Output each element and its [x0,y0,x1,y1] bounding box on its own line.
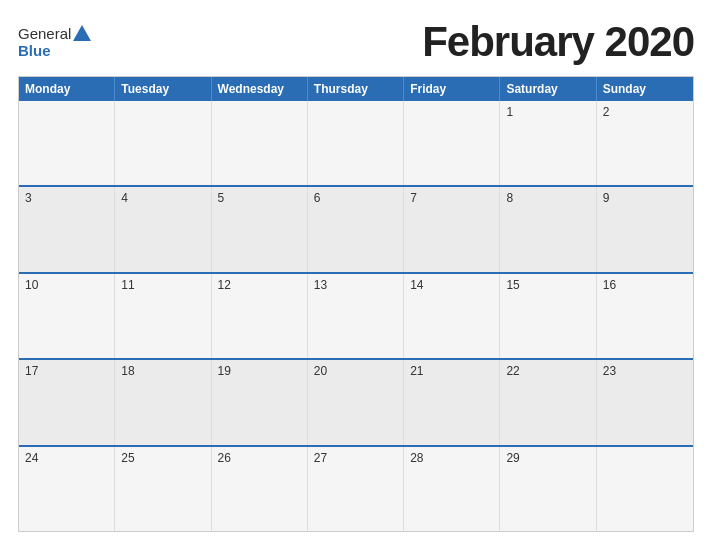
calendar-cell: 18 [115,360,211,444]
calendar-cell: 6 [308,187,404,271]
day-number: 8 [506,191,589,205]
calendar-cell: 4 [115,187,211,271]
calendar-cell: 16 [597,274,693,358]
logo-row: General [18,25,93,42]
calendar-cell: 11 [115,274,211,358]
cal-header-cell: Saturday [500,77,596,101]
calendar-cell: 22 [500,360,596,444]
calendar-cell: 13 [308,274,404,358]
calendar-cell [115,101,211,185]
calendar-cell: 21 [404,360,500,444]
calendar-header: MondayTuesdayWednesdayThursdayFridaySatu… [19,77,693,101]
cal-header-cell: Monday [19,77,115,101]
calendar-body: 1234567891011121314151617181920212223242… [19,101,693,531]
logo-blue-text: Blue [18,42,51,59]
cal-header-cell: Friday [404,77,500,101]
day-number: 9 [603,191,687,205]
day-number: 25 [121,451,204,465]
cal-header-cell: Wednesday [212,77,308,101]
calendar-cell: 29 [500,447,596,531]
calendar-cell: 19 [212,360,308,444]
day-number: 17 [25,364,108,378]
calendar-cell: 28 [404,447,500,531]
day-number: 18 [121,364,204,378]
calendar-cell [597,447,693,531]
calendar-cell: 2 [597,101,693,185]
cal-header-cell: Thursday [308,77,404,101]
day-number: 3 [25,191,108,205]
calendar-cell: 17 [19,360,115,444]
calendar-cell: 23 [597,360,693,444]
calendar-row: 17181920212223 [19,358,693,444]
logo-general-text: General [18,25,71,42]
header: General Blue February 2020 [18,18,694,66]
calendar-cell: 27 [308,447,404,531]
day-number: 5 [218,191,301,205]
calendar-row: 3456789 [19,185,693,271]
day-number: 1 [506,105,589,119]
logo: General Blue [18,25,93,59]
calendar-cell: 15 [500,274,596,358]
day-number: 11 [121,278,204,292]
calendar-cell [308,101,404,185]
calendar-cell: 7 [404,187,500,271]
calendar-row: 10111213141516 [19,272,693,358]
calendar-cell: 25 [115,447,211,531]
calendar-cell: 24 [19,447,115,531]
day-number: 29 [506,451,589,465]
calendar-cell: 5 [212,187,308,271]
day-number: 22 [506,364,589,378]
calendar-cell: 20 [308,360,404,444]
page: General Blue February 2020 MondayTuesday… [0,0,712,550]
calendar-cell: 14 [404,274,500,358]
day-number: 7 [410,191,493,205]
calendar-cell [404,101,500,185]
day-number: 24 [25,451,108,465]
day-number: 23 [603,364,687,378]
day-number: 21 [410,364,493,378]
day-number: 6 [314,191,397,205]
day-number: 28 [410,451,493,465]
calendar-cell: 26 [212,447,308,531]
logo-triangle-icon [73,25,91,41]
day-number: 26 [218,451,301,465]
day-number: 2 [603,105,687,119]
day-number: 12 [218,278,301,292]
calendar: MondayTuesdayWednesdayThursdayFridaySatu… [18,76,694,532]
calendar-cell: 8 [500,187,596,271]
day-number: 13 [314,278,397,292]
day-number: 4 [121,191,204,205]
calendar-row: 242526272829 [19,445,693,531]
day-number: 19 [218,364,301,378]
cal-header-cell: Sunday [597,77,693,101]
day-number: 20 [314,364,397,378]
calendar-cell: 3 [19,187,115,271]
month-title: February 2020 [422,18,694,66]
calendar-cell: 10 [19,274,115,358]
day-number: 27 [314,451,397,465]
calendar-cell: 9 [597,187,693,271]
calendar-cell [212,101,308,185]
day-number: 16 [603,278,687,292]
calendar-cell: 12 [212,274,308,358]
day-number: 10 [25,278,108,292]
day-number: 14 [410,278,493,292]
calendar-cell: 1 [500,101,596,185]
calendar-cell [19,101,115,185]
day-number: 15 [506,278,589,292]
calendar-row: 12 [19,101,693,185]
cal-header-cell: Tuesday [115,77,211,101]
